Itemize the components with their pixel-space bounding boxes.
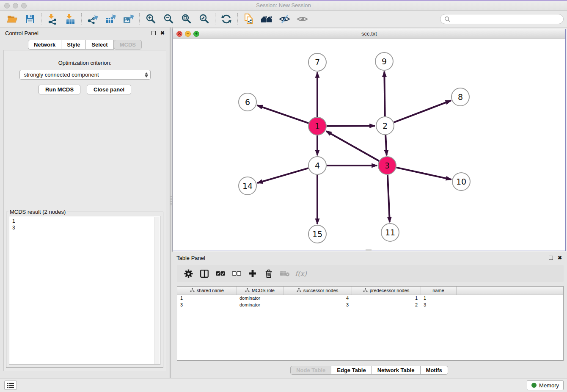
maximize-view-button[interactable]: + <box>193 31 199 37</box>
tab-select[interactable]: Select <box>86 40 113 50</box>
zoom-window-button[interactable] <box>21 3 27 8</box>
tab-style[interactable]: Style <box>61 40 86 50</box>
graph-edge-1-6[interactable] <box>257 105 309 123</box>
zoom-selected-button[interactable] <box>195 12 213 26</box>
graph-node-7[interactable]: 7 <box>308 53 326 71</box>
zoom-fit-button[interactable] <box>177 12 195 26</box>
export-network-icon <box>87 14 99 25</box>
network-canvas[interactable]: 7968124314101511 <box>173 39 565 251</box>
result-item[interactable]: 1 <box>12 218 160 224</box>
tab-node-table[interactable]: Node Table <box>290 366 331 375</box>
graph-node-6[interactable]: 6 <box>239 93 256 111</box>
graph-node-8[interactable]: 8 <box>451 88 469 106</box>
tab-mcds[interactable]: MCDS <box>114 40 142 50</box>
cell-name[interactable]: 1 <box>421 295 456 301</box>
deselect-all-button[interactable] <box>228 266 245 281</box>
import-table-button[interactable] <box>61 12 79 26</box>
float-table-panel-icon[interactable] <box>549 256 553 260</box>
tab-network-table[interactable]: Network Table <box>372 366 421 375</box>
export-table-button[interactable] <box>102 12 119 26</box>
tab-edge-table[interactable]: Edge Table <box>331 366 372 375</box>
function-builder-button[interactable]: f(x) <box>293 266 309 281</box>
network-graph[interactable]: 7968124314101511 <box>173 39 565 251</box>
graph-node-15[interactable]: 15 <box>308 225 326 243</box>
mcds-result-list[interactable]: 13 <box>9 216 160 365</box>
close-panel-button[interactable]: Close panel <box>87 85 131 94</box>
hide-selected-button[interactable] <box>275 12 293 26</box>
split-columns-button[interactable] <box>196 266 212 281</box>
zoom-out-button[interactable] <box>160 12 177 26</box>
cell-mcds-role[interactable]: dominator <box>237 301 283 308</box>
cell-name[interactable]: 3 <box>421 301 456 308</box>
tab-network[interactable]: Network <box>28 40 61 50</box>
delete-table-button[interactable] <box>277 266 293 281</box>
float-panel-icon[interactable] <box>151 31 156 35</box>
criterion-dropdown[interactable]: strongly connected component <box>19 70 151 80</box>
cell-shared-name[interactable]: 1 <box>177 295 237 301</box>
cell-shared-name[interactable]: 3 <box>177 301 237 308</box>
delete-column-button[interactable] <box>261 266 277 281</box>
graph-edge-1-2[interactable] <box>327 126 375 126</box>
save-session-button[interactable] <box>21 12 39 26</box>
search-box[interactable] <box>440 14 564 24</box>
graph-edge-2-3[interactable] <box>385 135 387 155</box>
graph-edge-2-9[interactable] <box>384 72 385 116</box>
refresh-view-button[interactable] <box>217 12 235 26</box>
column-label: predecessor nodes <box>370 288 410 293</box>
export-network-button[interactable] <box>84 12 102 26</box>
table-row[interactable]: 1dominator411 <box>177 295 563 301</box>
graph-node-4[interactable]: 4 <box>308 157 326 174</box>
column-header-successor-nodes[interactable]: successor nodes <box>283 287 352 295</box>
cell-successor-nodes[interactable]: 3 <box>283 301 352 308</box>
column-header-predecessor-nodes[interactable]: predecessor nodes <box>352 287 421 295</box>
open-session-button[interactable] <box>3 12 21 26</box>
result-item[interactable]: 3 <box>12 224 160 231</box>
cell-successor-nodes[interactable]: 4 <box>283 295 352 301</box>
cell-predecessor-nodes[interactable]: 2 <box>352 301 421 308</box>
graph-node-3[interactable]: 3 <box>378 157 396 174</box>
export-image-button[interactable] <box>119 12 137 26</box>
column-header-name[interactable]: name <box>421 287 456 295</box>
graph-edge-4-14[interactable] <box>257 168 308 183</box>
graph-node-11[interactable]: 11 <box>381 224 399 241</box>
clone-network-button[interactable] <box>240 12 258 26</box>
close-panel-icon[interactable]: ✖ <box>160 31 165 35</box>
gear-icon <box>184 269 193 278</box>
graph-node-10[interactable]: 10 <box>452 173 470 190</box>
run-mcds-button[interactable]: Run MCDS <box>39 85 80 94</box>
column-header-mcds-role[interactable]: MCDS role <box>237 287 283 295</box>
create-column-button[interactable] <box>245 266 261 281</box>
close-table-panel-icon[interactable]: ✖ <box>558 256 562 260</box>
column-header-shared-name[interactable]: shared name <box>177 287 237 295</box>
select-all-button[interactable] <box>212 266 228 281</box>
cell-predecessor-nodes[interactable]: 1 <box>352 295 421 301</box>
table-row[interactable]: 3dominator323 <box>177 301 563 308</box>
graph-node-14[interactable]: 14 <box>239 177 256 195</box>
graph-edge-3-10[interactable] <box>396 168 451 179</box>
graph-edge-3-1[interactable] <box>326 131 379 161</box>
graph-edge-2-8[interactable] <box>394 101 451 123</box>
table-panel-header: Table Panel ✖ <box>171 252 567 263</box>
search-input[interactable] <box>452 15 559 22</box>
cell-mcds-role[interactable]: dominator <box>237 295 283 301</box>
close-window-button[interactable] <box>4 3 10 8</box>
minimize-window-button[interactable] <box>13 3 18 8</box>
houses-button[interactable] <box>258 12 275 26</box>
graph-node-9[interactable]: 9 <box>375 52 393 70</box>
node-table-container: shared nameMCDS rolesuccessor nodesprede… <box>177 286 564 361</box>
memory-button[interactable]: Memory <box>527 380 564 390</box>
close-view-button[interactable]: ✕ <box>176 31 182 37</box>
minimize-view-button[interactable]: − <box>185 31 191 37</box>
graph-node-2[interactable]: 2 <box>376 117 394 135</box>
zoom-in-button[interactable] <box>142 12 160 26</box>
task-history-button[interactable] <box>4 381 17 390</box>
show-all-button[interactable] <box>293 12 311 26</box>
tab-motifs[interactable]: Motifs <box>421 366 448 375</box>
graph-edge-3-11[interactable] <box>388 175 390 222</box>
graph-node-1[interactable]: 1 <box>308 117 326 135</box>
result-scrollbar[interactable] <box>154 217 160 364</box>
main-toolbar <box>0 11 567 28</box>
column-settings-button[interactable] <box>180 266 196 281</box>
status-bar: Memory <box>0 378 567 392</box>
import-network-button[interactable] <box>44 12 61 26</box>
